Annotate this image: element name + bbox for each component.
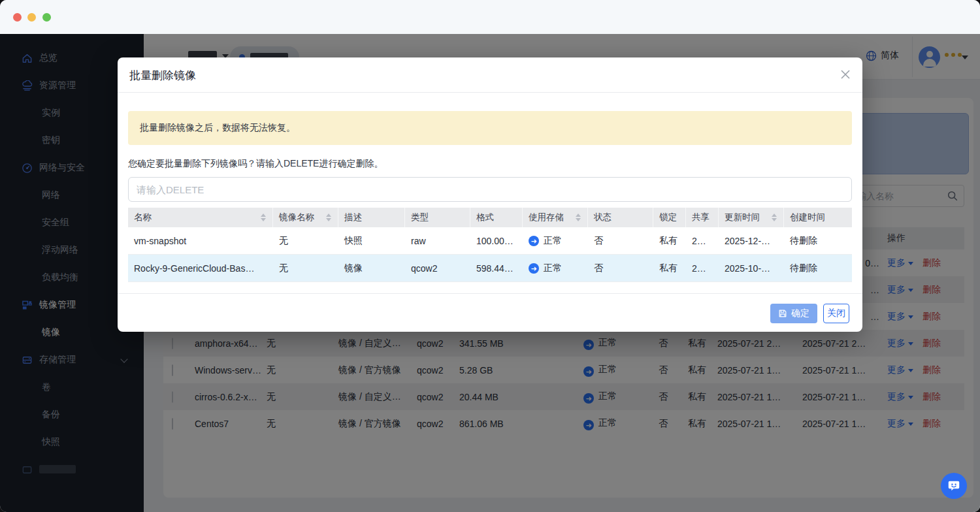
modal-column-header-4: 格式: [470, 208, 523, 227]
modal-column-header-6: 状态: [588, 208, 653, 227]
modal-cell-6: 否: [588, 255, 653, 281]
modal-cell-7: 私有: [653, 255, 686, 281]
window-titlebar: [0, 0, 980, 34]
modal-table-row: Rocky-9-GenericCloud-Bas…无镜像qcow2598.44……: [128, 255, 852, 282]
status-normal-icon: ➜: [529, 236, 539, 246]
chat-fab-button[interactable]: [941, 473, 967, 499]
modal-column-header-0[interactable]: 名称: [128, 208, 273, 227]
modal-cell-1: 无: [273, 255, 338, 281]
modal-table: 名称镜像名称描述类型格式使用存储状态锁定共享更新时间创建时间 vm-snapsh…: [128, 208, 852, 282]
traffic-light-minimize-icon[interactable]: [27, 13, 36, 22]
status-normal-icon: ➜: [529, 263, 539, 274]
modal-table-header-row: 名称镜像名称描述类型格式使用存储状态锁定共享更新时间创建时间: [128, 208, 852, 227]
close-icon[interactable]: [838, 67, 853, 82]
modal-cell-10: 待删除: [784, 255, 852, 281]
modal-column-header-7: 锁定: [653, 208, 686, 227]
sort-icon[interactable]: [772, 214, 777, 221]
modal-column-header-8: 共享: [686, 208, 719, 227]
modal-column-header-1[interactable]: 镜像名称: [273, 208, 338, 227]
close-button[interactable]: 关闭: [823, 304, 849, 323]
sort-icon[interactable]: [326, 214, 331, 221]
sort-icon[interactable]: [576, 214, 581, 221]
modal-cell-0: Rocky-9-GenericCloud-Bas…: [128, 255, 273, 281]
modal-cell-3: raw: [405, 227, 470, 254]
modal-cell-10: 待删除: [784, 227, 852, 254]
batch-delete-modal: 批量删除镜像 批量删除镜像之后，数据将无法恢复。 您确定要批量删除下列镜像吗？请…: [118, 57, 862, 332]
modal-table-row: vm-snapshot无快照raw100.00…➜正常否私有2…2025-12-…: [128, 227, 852, 255]
modal-footer: 确定 关闭: [118, 293, 862, 332]
delete-confirm-input[interactable]: [128, 177, 852, 202]
modal-cell-4: 100.00…: [470, 227, 523, 254]
modal-cell-2: 镜像: [338, 255, 405, 281]
modal-cell-8: 2…: [686, 227, 719, 254]
modal-cell-8: 2…: [686, 255, 719, 281]
modal-column-header-5[interactable]: 使用存储: [523, 208, 588, 227]
modal-column-header-2: 描述: [338, 208, 405, 227]
modal-cell-9: 2025-12-…: [719, 227, 784, 254]
warning-banner: 批量删除镜像之后，数据将无法恢复。: [128, 111, 852, 145]
app-area: 总览资源管理实例密钥网络与安全网络安全组浮动网络负载均衡镜像管理镜像存储管理卷备…: [0, 34, 980, 512]
modal-header: 批量删除镜像: [118, 57, 862, 93]
modal-column-header-3: 类型: [405, 208, 470, 227]
traffic-light-zoom-icon[interactable]: [42, 13, 51, 22]
modal-cell-4: 598.44…: [470, 255, 523, 281]
modal-column-header-9[interactable]: 更新时间: [719, 208, 784, 227]
modal-cell-9: 2025-10-…: [719, 255, 784, 281]
modal-cell-7: 私有: [653, 227, 686, 254]
sort-icon[interactable]: [261, 214, 266, 221]
chat-smiley-icon: [947, 479, 961, 493]
modal-column-header-10: 创建时间: [784, 208, 852, 227]
modal-cell-2: 快照: [338, 227, 405, 254]
confirm-prompt: 您确定要批量删除下列镜像吗？请输入DELETE进行确定删除。: [128, 158, 852, 170]
modal-cell-0: vm-snapshot: [128, 227, 273, 254]
modal-cell-5: ➜正常: [523, 255, 588, 281]
save-icon: [778, 309, 787, 318]
modal-table-body: vm-snapshot无快照raw100.00…➜正常否私有2…2025-12-…: [128, 227, 852, 282]
modal-title: 批量删除镜像: [129, 68, 196, 83]
confirm-button[interactable]: 确定: [770, 304, 817, 323]
app-window: 总览资源管理实例密钥网络与安全网络安全组浮动网络负载均衡镜像管理镜像存储管理卷备…: [0, 0, 980, 512]
modal-body: 批量删除镜像之后，数据将无法恢复。 您确定要批量删除下列镜像吗？请输入DELET…: [128, 93, 852, 282]
modal-cell-3: qcow2: [405, 255, 470, 281]
modal-cell-5: ➜正常: [523, 227, 588, 254]
modal-cell-1: 无: [273, 227, 338, 254]
traffic-light-close-icon[interactable]: [13, 13, 22, 22]
modal-cell-6: 否: [588, 227, 653, 254]
